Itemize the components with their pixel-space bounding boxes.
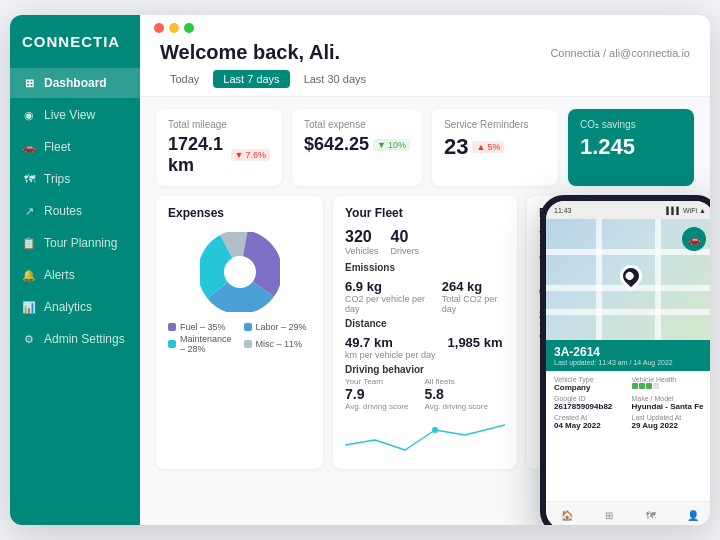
svg-point-5 xyxy=(432,427,438,433)
co2-total-label: Total CO2 per day xyxy=(442,294,505,314)
co2-total-val: 264 kg xyxy=(442,279,505,294)
sidebar-label-adminsettings: Admin Settings xyxy=(44,332,125,346)
vehicle-type-val: Company xyxy=(554,383,629,392)
stat-reminders: Service Reminders 23 ▲ 5% xyxy=(432,109,558,186)
info-updated: Last Updated At 29 Aug 2022 xyxy=(632,414,707,430)
phone-nav-grid[interactable]: ⊞ xyxy=(601,508,617,524)
reminders-label: Service Reminders xyxy=(444,119,546,130)
phone-nav-map[interactable]: 🗺 xyxy=(643,508,659,524)
make-model-val: Hyundai - Santa Fe xyxy=(632,402,707,411)
emissions-title: Emissions xyxy=(345,262,505,273)
expenses-pie-container: Fuel – 35% Labor – 29% Maintenance – 28% xyxy=(168,228,311,354)
sidebar-item-liveview[interactable]: ◉ Live View xyxy=(10,100,140,130)
fleet-title: Your Fleet xyxy=(345,206,505,220)
health-dot-2 xyxy=(639,383,645,389)
drivers-label: Drivers xyxy=(391,246,420,256)
emissions-row: 6.9 kg CO2 per vehicle per day 264 kg To… xyxy=(345,279,505,314)
sidebar-logo: CONNECTIA xyxy=(10,15,140,64)
google-id-label: Google ID xyxy=(554,395,629,402)
maximize-button[interactable] xyxy=(184,23,194,33)
vehicles-value: 320 xyxy=(345,228,379,246)
tab-last7days[interactable]: Last 7 days xyxy=(213,70,289,88)
phone-status-bar: 11:43 ▌▌▌ WiFi ▲ xyxy=(546,201,710,219)
labor-label: Labor – 29% xyxy=(256,322,307,332)
expenses-title: Expenses xyxy=(168,206,311,220)
km-total-val: 1,985 km xyxy=(448,335,503,350)
info-vehicle-health: Vehicle Health xyxy=(632,376,707,392)
expenses-card: Expenses xyxy=(156,196,323,469)
phone-nav-user[interactable]: 👤 xyxy=(685,508,701,524)
phone-nav-home[interactable]: 🏠 xyxy=(559,508,575,524)
mileage-badge: ▼ 7.6% xyxy=(231,149,270,161)
trips-icon: 🗺 xyxy=(22,172,36,186)
sidebar-label-trips: Trips xyxy=(44,172,70,186)
page-title: Welcome back, Ali. xyxy=(160,41,340,64)
sidebar-item-dashboard[interactable]: ⊞ Dashboard xyxy=(10,68,140,98)
sidebar-label-routes: Routes xyxy=(44,204,82,218)
driving-title: Driving behavior xyxy=(345,364,505,375)
sidebar-label-dashboard: Dashboard xyxy=(44,76,107,90)
tab-today[interactable]: Today xyxy=(160,70,209,88)
maintenance-label: Maintenance – 28% xyxy=(180,334,236,354)
map-pin-container xyxy=(620,265,642,287)
fuel-color xyxy=(168,323,176,331)
created-val: 04 May 2022 xyxy=(554,421,629,430)
phone-bottom-nav: 🏠 ⊞ 🗺 👤 xyxy=(546,501,710,525)
google-id-val: 2617859094b82 xyxy=(554,402,629,411)
co2-value: 1.245 xyxy=(580,134,635,160)
sidebar: CONNECTIA ⊞ Dashboard ◉ Live View 🚗 Flee… xyxy=(10,15,140,525)
driving-team-label: Your Team xyxy=(345,377,408,386)
adminsettings-icon: ⚙ xyxy=(22,332,36,346)
info-created: Created At 04 May 2022 xyxy=(554,414,629,430)
sidebar-label-alerts: Alerts xyxy=(44,268,75,282)
sidebar-item-trips[interactable]: 🗺 Trips xyxy=(10,164,140,194)
maintenance-color xyxy=(168,340,176,348)
close-button[interactable] xyxy=(154,23,164,33)
km-per-vehicle-val: 49.7 km xyxy=(345,335,436,350)
fleet-icon: 🚗 xyxy=(22,140,36,154)
tab-last30days[interactable]: Last 30 days xyxy=(294,70,376,88)
window-controls xyxy=(140,15,710,33)
emissions-section: Emissions 6.9 kg CO2 per vehicle per day… xyxy=(345,262,505,314)
driving-team-val: 7.9 xyxy=(345,386,408,402)
make-model-label: Make / Model xyxy=(632,395,707,402)
updated-val: 29 Aug 2022 xyxy=(632,421,707,430)
tourplanning-icon: 📋 xyxy=(22,236,36,250)
phone-overlay: 11:43 ▌▌▌ WiFi ▲ 🚗 xyxy=(540,195,710,525)
sidebar-item-alerts[interactable]: 🔔 Alerts xyxy=(10,260,140,290)
co2-total: 264 kg Total CO2 per day xyxy=(442,279,505,314)
sidebar-item-analytics[interactable]: 📊 Analytics xyxy=(10,292,140,322)
driving-section: Driving behavior Your Team 7.9 Avg. driv… xyxy=(345,364,505,411)
sidebar-item-routes[interactable]: ↗ Routes xyxy=(10,196,140,226)
sidebar-item-tourplanning[interactable]: 📋 Tour Planning xyxy=(10,228,140,258)
stat-mileage: Total mileage 1724.1 km ▼ 7.6% xyxy=(156,109,282,186)
mileage-value: 1724.1 km xyxy=(168,134,227,176)
stat-expense: Total expense $642.25 ▼ 10% xyxy=(292,109,422,186)
expense-label: Total expense xyxy=(304,119,410,130)
misc-color xyxy=(244,340,252,348)
distance-title: Distance xyxy=(345,318,505,329)
phone-screen: 11:43 ▌▌▌ WiFi ▲ 🚗 xyxy=(546,201,710,525)
app-container: CONNECTIA ⊞ Dashboard ◉ Live View 🚗 Flee… xyxy=(10,15,710,525)
sidebar-label-tourplanning: Tour Planning xyxy=(44,236,117,250)
expenses-pie-chart xyxy=(200,232,280,312)
co2-label: CO₂ savings xyxy=(580,119,682,130)
mini-line-chart xyxy=(345,415,505,455)
fleet-vehicles: 320 Vehicles xyxy=(345,228,379,256)
co2-per-vehicle-label: CO2 per vehicle per day xyxy=(345,294,430,314)
info-google-id: Google ID 2617859094b82 xyxy=(554,395,629,411)
dashboard-icon: ⊞ xyxy=(22,76,36,90)
minimize-button[interactable] xyxy=(169,23,179,33)
fleet-card: Your Fleet 320 Vehicles 40 Drivers Emiss… xyxy=(333,196,517,469)
sidebar-item-adminsettings[interactable]: ⚙ Admin Settings xyxy=(10,324,140,354)
routes-icon: ↗ xyxy=(22,204,36,218)
map-road-v2 xyxy=(655,219,661,340)
expense-badge: ▼ 10% xyxy=(373,139,410,151)
sidebar-item-fleet[interactable]: 🚗 Fleet xyxy=(10,132,140,162)
km-total: 1,985 km xyxy=(448,335,503,360)
driving-team-sub: Avg. driving score xyxy=(345,402,408,411)
driving-fleet: All fleets 5.8 Avg. driving score xyxy=(424,377,487,411)
map-action-button[interactable]: 🚗 xyxy=(682,227,706,251)
misc-label: Misc – 11% xyxy=(256,339,303,349)
header-top: Welcome back, Ali. Connectia / ali@conne… xyxy=(160,41,690,64)
